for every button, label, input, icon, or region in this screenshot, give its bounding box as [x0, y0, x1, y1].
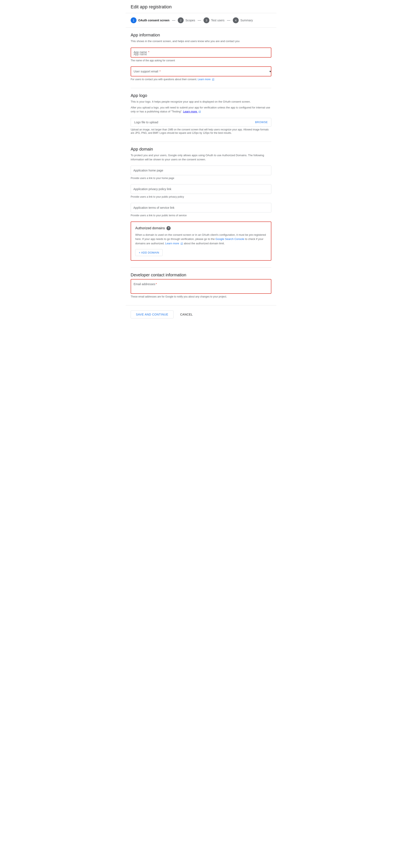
- page-header: Edit app registration: [126, 0, 276, 13]
- step-1-label: OAuth consent screen: [138, 19, 169, 22]
- app-logo-external-link-icon: [198, 111, 201, 113]
- terms-of-service-field: Provide users a link to your public term…: [131, 203, 271, 217]
- authorized-domains-box: Authorized domains ? When a domain is us…: [131, 221, 271, 261]
- page-title: Edit app registration: [131, 4, 271, 10]
- app-logo-desc-1: This is your logo. It helps people recog…: [131, 100, 271, 104]
- terms-of-service-input[interactable]: [131, 203, 271, 213]
- logo-upload-hint: Upload an image, not larger than 1MB on …: [131, 128, 271, 135]
- email-addresses-label: Email addresses *: [133, 282, 269, 286]
- stepper: 1 OAuth consent screen — 2 Scopes — 3 Te…: [126, 13, 276, 28]
- home-page-input[interactable]: [131, 165, 271, 175]
- browse-button[interactable]: BROWSE: [255, 121, 268, 124]
- app-logo-section: App logo This is your logo. It helps peo…: [131, 93, 271, 135]
- user-support-email-field: User support email * ▾ For users to cont…: [131, 66, 271, 81]
- email-addresses-field: Email addresses * These email addresses …: [131, 279, 271, 299]
- authorized-domains-learn-more-link[interactable]: Learn more: [165, 242, 184, 245]
- app-information-section: App information This shows in the consen…: [131, 33, 271, 81]
- app-domain-title: App domain: [131, 147, 271, 152]
- add-domain-button[interactable]: + ADD DOMAIN: [135, 249, 163, 256]
- divider-2: [131, 142, 271, 142]
- app-domain-section: App domain To protect you and your users…: [131, 147, 271, 261]
- step-4[interactable]: 4 Summary: [233, 18, 253, 23]
- app-logo-title: App logo: [131, 93, 271, 98]
- google-search-console-link[interactable]: Google Search Console: [215, 238, 244, 241]
- authorized-domains-title: Authorized domains: [135, 226, 165, 230]
- privacy-policy-field: Provide users a link to your public priv…: [131, 184, 271, 199]
- authorized-domains-help-icon[interactable]: ?: [166, 226, 171, 230]
- step-2[interactable]: 2 Scopes: [178, 18, 195, 23]
- authorized-domains-external-link-icon: [181, 242, 183, 245]
- logo-upload-field: Logo file to upload BROWSE Upload an ima…: [131, 118, 271, 135]
- step-divider-1: —: [172, 19, 175, 22]
- app-domain-desc: To protect you and your users, Google on…: [131, 153, 271, 161]
- step-3-label: Test users: [211, 19, 224, 22]
- privacy-policy-input[interactable]: [131, 184, 271, 194]
- step-1[interactable]: 1 OAuth consent screen: [131, 18, 169, 23]
- app-name-field: App name * The name of the app asking fo…: [131, 48, 271, 62]
- footer-actions: SAVE AND CONTINUE CANCEL: [126, 305, 276, 323]
- step-2-circle: 2: [178, 18, 184, 23]
- divider-1: [131, 88, 271, 88]
- email-addresses-input[interactable]: [133, 286, 269, 290]
- user-support-email-learn-more-link[interactable]: Learn more: [198, 78, 214, 81]
- step-2-label: Scopes: [185, 19, 195, 22]
- app-name-input[interactable]: [131, 48, 271, 57]
- app-information-desc: This shows in the consent screen, and he…: [131, 39, 271, 43]
- terms-of-service-hint: Provide users a link to your public term…: [131, 214, 271, 217]
- user-support-email-dropdown-icon: ▾: [270, 70, 271, 73]
- step-1-circle: 1: [131, 18, 136, 23]
- user-support-email-hint: For users to contact you with questions …: [131, 78, 271, 81]
- developer-contact-title: Developer contact information: [131, 273, 271, 277]
- step-3-circle: 3: [204, 18, 209, 23]
- user-support-email-input[interactable]: [131, 67, 270, 76]
- home-page-hint: Provide users a link to your home page: [131, 177, 271, 180]
- app-name-hint: The name of the app asking for consent: [131, 59, 271, 62]
- logo-upload-wrapper: Logo file to upload BROWSE: [131, 118, 271, 127]
- app-information-title: App information: [131, 33, 271, 37]
- logo-upload-label: Logo file to upload: [134, 121, 158, 124]
- save-continue-button[interactable]: SAVE AND CONTINUE: [131, 310, 174, 318]
- step-divider-2: —: [198, 19, 201, 22]
- authorized-domains-desc: When a domain is used on the consent scr…: [135, 233, 267, 246]
- user-support-email-wrapper: User support email * ▾: [131, 66, 271, 76]
- email-addresses-wrapper: Email addresses *: [131, 279, 271, 294]
- step-divider-3: —: [227, 19, 230, 22]
- divider-3: [131, 267, 271, 268]
- main-content: App information This shows in the consen…: [126, 28, 276, 299]
- developer-contact-section: Developer contact information Email addr…: [131, 273, 271, 299]
- email-addresses-hint: These email addresses are for Google to …: [131, 295, 271, 299]
- step-3[interactable]: 3 Test users: [204, 18, 224, 23]
- external-link-icon: [212, 78, 214, 81]
- privacy-policy-hint: Provide users a link to your public priv…: [131, 195, 271, 199]
- cancel-button[interactable]: CANCEL: [177, 311, 196, 318]
- app-logo-desc-2: After you upload a logo, you will need t…: [131, 105, 271, 114]
- app-logo-learn-more-link[interactable]: Learn more: [183, 110, 201, 113]
- step-4-label: Summary: [240, 19, 253, 22]
- authorized-domains-header: Authorized domains ?: [135, 226, 267, 230]
- app-name-input-wrapper: App name *: [131, 48, 271, 58]
- step-4-circle: 4: [233, 18, 239, 23]
- home-page-field: Provide users a link to your home page: [131, 165, 271, 180]
